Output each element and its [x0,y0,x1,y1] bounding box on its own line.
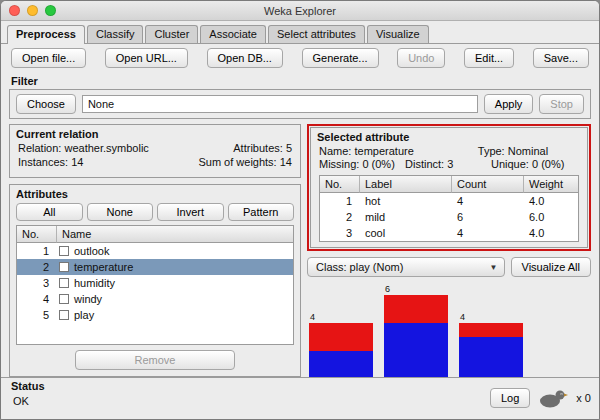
distinct-stat: Distinct: 3 [405,158,491,170]
filter-panel: Choose None Apply Stop [9,89,591,119]
close-button[interactable] [9,5,20,16]
attribute-name: Name: temperature [319,145,478,157]
tab-bar: Preprocess Classify Cluster Associate Se… [1,21,599,44]
attribute-row-windy[interactable]: 4 windy [17,291,293,307]
weka-counter: x 0 [576,392,591,404]
selected-attribute-title: Selected attribute [311,128,587,144]
current-relation-title: Current relation [10,125,300,141]
attribute-checkbox[interactable] [59,310,69,320]
stats-row-hot: 1 hot 4 4.0 [320,193,578,209]
weka-explorer-window: Weka Explorer Preprocess Classify Cluste… [0,0,600,420]
histogram-bar: 4 [309,312,373,377]
stop-filter-button: Stop [539,94,584,114]
status-message: OK [11,392,45,410]
main-area: Current relation Relation: weather.symbo… [1,124,599,377]
status-bar: Status OK Log x 0 [1,377,599,419]
choose-filter-button[interactable]: Choose [16,94,76,114]
window-title: Weka Explorer [1,5,599,17]
tab-classify[interactable]: Classify [87,25,144,43]
label-stats-table: No. Label Count Weight 1 hot 4 4.0 2 [319,175,579,242]
chevron-down-icon: ▼ [488,263,500,272]
relation-value: Relation: weather.symbolic [18,142,149,154]
filter-title: Filter [11,75,599,87]
stats-row-mild: 2 mild 6 6.0 [320,209,578,225]
toolbar: Open file... Open URL... Open DB... Gene… [1,44,599,72]
column-header-no[interactable]: No. [17,226,57,243]
apply-filter-button[interactable]: Apply [484,94,534,114]
attribute-row-humidity[interactable]: 3 humidity [17,275,293,291]
stats-column-label: Label [360,176,452,193]
generate-button[interactable]: Generate... [302,48,379,68]
minimize-button[interactable] [27,5,38,16]
open-db-button[interactable]: Open DB... [207,48,283,68]
histogram: 464 [309,284,523,377]
current-relation-panel: Current relation Relation: weather.symbo… [9,124,301,178]
histogram-bar: 4 [459,312,523,377]
attribute-checkbox[interactable] [59,246,69,256]
tab-cluster[interactable]: Cluster [145,25,198,43]
attribute-type: Type: Nominal [478,145,577,157]
stats-column-count: Count [452,176,524,193]
annotation-highlight-box: Selected attribute Name: temperature Typ… [307,124,591,251]
open-url-button[interactable]: Open URL... [105,48,188,68]
title-bar: Weka Explorer [1,1,599,21]
select-none-button[interactable]: None [87,203,154,221]
edit-button[interactable]: Edit... [464,48,514,68]
left-column: Current relation Relation: weather.symbo… [9,124,301,377]
tab-associate[interactable]: Associate [200,25,266,43]
attribute-row-temperature[interactable]: 2 temperature [17,259,293,275]
attribute-checkbox[interactable] [59,262,69,272]
right-column: Selected attribute Name: temperature Typ… [307,124,591,377]
attribute-histogram: 464 [307,283,591,377]
log-button[interactable]: Log [490,388,530,408]
tab-preprocess[interactable]: Preprocess [7,25,85,44]
stats-column-weight: Weight [524,176,578,193]
tab-select-attributes[interactable]: Select attributes [268,25,365,43]
instances-count: Instances: 14 [18,156,83,168]
class-selector-dropdown[interactable]: Class: play (Nom) ▼ [307,257,505,277]
attribute-row-outlook[interactable]: 1 outlook [17,243,293,259]
stats-column-no: No. [320,176,360,193]
pattern-button[interactable]: Pattern [228,203,295,221]
selected-attribute-panel: Selected attribute Name: temperature Typ… [310,127,588,248]
tab-visualize[interactable]: Visualize [367,25,429,43]
zoom-button[interactable] [45,5,56,16]
attributes-count: Attributes: 5 [233,142,292,154]
save-button[interactable]: Save... [533,48,589,68]
missing-stat: Missing: 0 (0%) [319,158,405,170]
attributes-panel: Attributes All None Invert Pattern No. N… [9,184,301,377]
weka-bird-icon [538,387,568,409]
attribute-row-play[interactable]: 5 play [17,307,293,323]
attributes-title: Attributes [10,185,300,201]
invert-selection-button[interactable]: Invert [157,203,224,221]
stats-row-cool: 3 cool 4 4.0 [320,225,578,241]
filter-value-field[interactable]: None [82,95,478,113]
undo-button: Undo [397,48,445,68]
select-all-button[interactable]: All [16,203,83,221]
class-row: Class: play (Nom) ▼ Visualize All [307,257,591,277]
remove-attribute-button: Remove [75,350,235,370]
unique-stat: Unique: 0 (0%) [491,158,577,170]
attribute-checkbox[interactable] [59,278,69,288]
histogram-bar: 6 [384,284,448,377]
sum-of-weights: Sum of weights: 14 [198,156,292,168]
status-title: Status [11,380,45,392]
attributes-table: No. Name 1 outlook 2 temperature 3 humid… [16,225,294,345]
attribute-checkbox[interactable] [59,294,69,304]
visualize-all-button[interactable]: Visualize All [511,257,592,277]
open-file-button[interactable]: Open file... [11,48,86,68]
column-header-name[interactable]: Name [57,226,293,243]
